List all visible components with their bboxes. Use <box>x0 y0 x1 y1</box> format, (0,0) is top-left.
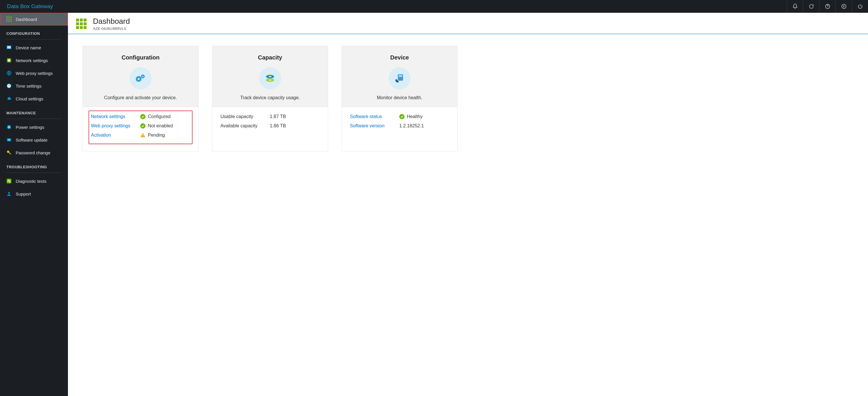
link-software-status[interactable]: Software status <box>350 114 399 119</box>
monitor-icon <box>6 45 11 50</box>
dashboard-page-icon <box>75 18 87 30</box>
svg-point-24 <box>8 192 10 194</box>
clock-icon <box>6 83 11 89</box>
card-description: Configure and activate your device. <box>89 95 192 100</box>
card-configuration: Configuration Configure and activate you… <box>83 46 198 152</box>
sidebar-item-label: Dashboard <box>16 17 37 22</box>
sidebar-item-software-update[interactable]: Software update <box>0 133 68 146</box>
svg-rect-4 <box>8 16 9 18</box>
status-value: Pending <box>148 133 165 138</box>
grid-icon <box>6 16 11 22</box>
sidebar-item-network-settings[interactable]: Network settings <box>0 54 68 67</box>
card-description: Monitor device health. <box>348 95 452 100</box>
sidebar-item-support[interactable]: Support <box>0 188 68 200</box>
topbar-actions <box>787 0 868 13</box>
capacity-row-usable: Usable capacity 1.87 TB <box>220 114 320 119</box>
svg-rect-25 <box>76 19 79 22</box>
highlighted-status-box: Network settings Configured Web proxy se… <box>89 110 192 144</box>
sidebar-item-diagnostic-tests[interactable]: Diagnostic tests <box>0 175 68 188</box>
row-label: Usable capacity <box>220 114 270 119</box>
svg-point-2 <box>842 4 846 9</box>
sidebar-item-device-name[interactable]: Device name <box>0 41 68 54</box>
refresh-icon <box>808 3 814 9</box>
link-network-settings[interactable]: Network settings <box>91 114 140 119</box>
link-software-version[interactable]: Software version <box>350 123 399 129</box>
card-title: Configuration <box>89 54 192 61</box>
card-title: Device <box>348 54 452 61</box>
person-icon <box>6 191 11 196</box>
help-button[interactable] <box>819 0 835 13</box>
sidebar-item-label: Network settings <box>16 58 48 63</box>
sidebar-item-label: Support <box>16 192 31 196</box>
sidebar: Dashboard CONFIGURATION Device name Netw… <box>0 13 68 396</box>
cloud-icon <box>6 96 11 101</box>
gears-icon <box>129 67 152 89</box>
sidebar-item-label: Web proxy settings <box>16 71 53 76</box>
svg-point-1 <box>827 7 828 8</box>
svg-rect-32 <box>80 26 83 29</box>
power-icon <box>857 3 863 9</box>
sidebar-item-label: Software update <box>16 137 47 142</box>
sidebar-item-password-change[interactable]: Password change <box>0 146 68 159</box>
power-button[interactable] <box>852 0 868 13</box>
warning-icon <box>140 133 146 138</box>
svg-rect-28 <box>76 22 79 25</box>
sidebar-item-cloud-settings[interactable]: Cloud settings <box>0 92 68 105</box>
card-title: Capacity <box>218 54 322 61</box>
sidebar-item-label: Password change <box>16 150 50 155</box>
svg-rect-41 <box>143 136 143 137</box>
sidebar-item-web-proxy[interactable]: Web proxy settings <box>0 67 68 79</box>
svg-rect-3 <box>6 16 7 18</box>
row-label: Available capacity <box>220 123 270 129</box>
download-icon <box>6 137 11 142</box>
bell-icon <box>792 3 798 9</box>
brand-title: Data Box Gateway <box>0 3 53 9</box>
svg-point-15 <box>8 59 10 62</box>
svg-rect-33 <box>84 26 87 29</box>
copyright-icon <box>841 3 847 9</box>
card-capacity: Capacity Track device capacity usage. Us… <box>212 46 328 152</box>
svg-point-43 <box>269 76 272 77</box>
page-subtitle: AZE-04J6U4B9VLS <box>93 26 130 31</box>
config-row-network: Network settings Configured <box>91 114 190 119</box>
row-value: 1.86 TB <box>270 123 286 129</box>
sidebar-item-label: Device name <box>16 45 41 50</box>
card-description: Track device capacity usage. <box>218 95 322 100</box>
sidebar-section-maintenance: MAINTENANCE <box>0 105 68 118</box>
topbar: Data Box Gateway <box>0 0 868 13</box>
svg-rect-48 <box>399 76 402 77</box>
svg-point-38 <box>140 114 146 119</box>
globe-icon <box>6 70 11 76</box>
config-row-activation: Activation Pending <box>91 133 190 138</box>
copyright-button[interactable] <box>835 0 852 13</box>
sidebar-item-label: Diagnostic tests <box>16 179 46 184</box>
device-row-software-status: Software status Healthy <box>350 114 449 119</box>
svg-point-37 <box>142 76 144 77</box>
main: Dashboard AZE-04J6U4B9VLS Configuration … <box>68 13 868 396</box>
notifications-button[interactable] <box>787 0 803 13</box>
svg-rect-13 <box>7 46 11 48</box>
sidebar-item-label: Power settings <box>16 125 44 130</box>
disks-icon <box>259 67 281 89</box>
sidebar-section-configuration: CONFIGURATION <box>0 26 68 38</box>
key-icon <box>6 150 11 155</box>
divider <box>6 39 62 39</box>
sidebar-item-power-settings[interactable]: Power settings <box>0 121 68 133</box>
device-row-software-version: Software version 1.2.18252.1 <box>350 123 449 129</box>
row-value: 1.87 TB <box>270 114 286 119</box>
sidebar-item-dashboard[interactable]: Dashboard <box>0 13 68 26</box>
svg-rect-29 <box>80 22 83 25</box>
svg-rect-27 <box>84 19 87 22</box>
svg-point-35 <box>138 78 140 80</box>
link-web-proxy-settings[interactable]: Web proxy settings <box>91 123 140 129</box>
status-value: Healthy <box>407 114 423 119</box>
sidebar-item-label: Cloud settings <box>16 96 43 101</box>
svg-rect-47 <box>399 75 402 76</box>
card-device: Device Monitor device health. Software s… <box>342 46 458 152</box>
refresh-button[interactable] <box>803 0 819 13</box>
network-icon <box>6 58 11 63</box>
svg-rect-6 <box>6 19 7 20</box>
page-header: Dashboard AZE-04J6U4B9VLS <box>68 13 868 34</box>
sidebar-item-time-settings[interactable]: Time settings <box>0 79 68 92</box>
link-activation[interactable]: Activation <box>91 133 140 138</box>
